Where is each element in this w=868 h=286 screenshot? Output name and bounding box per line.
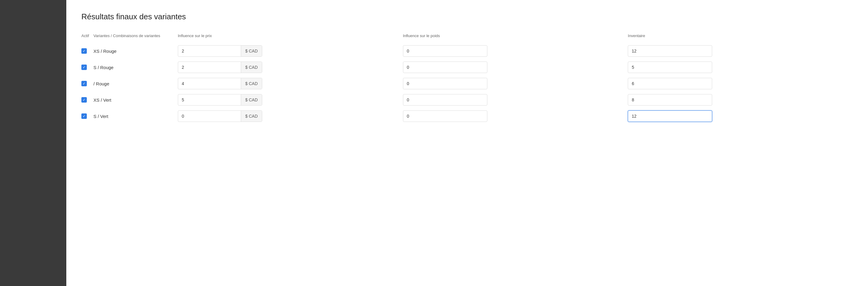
checkbox-cell-s-rouge	[82, 64, 93, 70]
inventory-cell-s-vert	[628, 110, 853, 122]
checkbox-cell-s-vert	[82, 113, 93, 119]
weight-input-xs-rouge[interactable]	[403, 45, 487, 57]
active-checkbox-xs-rouge[interactable]	[82, 48, 87, 54]
active-checkbox-xs-vert[interactable]	[82, 97, 87, 103]
weight-input-s-vert[interactable]	[403, 110, 487, 122]
inventory-input-slash-rouge[interactable]	[628, 78, 712, 89]
price-cell-s-vert: $ CAD	[178, 110, 403, 122]
inventory-cell-xs-vert	[628, 94, 853, 106]
price-currency-s-vert: $ CAD	[241, 111, 262, 121]
checkbox-cell-slash-rouge	[82, 81, 93, 86]
sidebar	[0, 0, 66, 286]
price-input-wrapper-s-vert: $ CAD	[178, 110, 262, 122]
price-currency-xs-vert: $ CAD	[241, 94, 262, 105]
price-input-wrapper-s-rouge: $ CAD	[178, 61, 262, 73]
inventory-input-s-vert[interactable]	[628, 110, 712, 122]
price-input-wrapper-xs-vert: $ CAD	[178, 94, 262, 106]
weight-cell-s-vert	[403, 110, 628, 122]
checkbox-cell-xs-rouge	[82, 48, 93, 54]
variant-name-s-vert: S / Vert	[93, 114, 178, 119]
inventory-input-xs-vert[interactable]	[628, 94, 712, 106]
table-row: XS / Rouge $ CAD	[82, 45, 853, 57]
variant-name-slash-rouge: / Rouge	[93, 81, 178, 86]
price-currency-xs-rouge: $ CAD	[241, 46, 262, 56]
col-header-inventory: Inventaire	[628, 33, 853, 38]
price-currency-s-rouge: $ CAD	[241, 62, 262, 73]
price-input-xs-rouge[interactable]	[178, 46, 241, 56]
price-cell-xs-vert: $ CAD	[178, 94, 403, 106]
variant-name-s-rouge: S / Rouge	[93, 65, 178, 70]
variant-name-xs-vert: XS / Vert	[93, 97, 178, 103]
weight-input-xs-vert[interactable]	[403, 94, 487, 106]
price-cell-xs-rouge: $ CAD	[178, 45, 403, 57]
checkbox-cell-xs-vert	[82, 97, 93, 103]
price-input-s-vert[interactable]	[178, 111, 241, 121]
weight-cell-s-rouge	[403, 61, 628, 73]
inventory-cell-s-rouge	[628, 61, 853, 73]
active-checkbox-s-vert[interactable]	[82, 113, 87, 119]
price-cell-slash-rouge: $ CAD	[178, 78, 403, 89]
table-row: S / Rouge $ CAD	[82, 61, 853, 73]
inventory-input-xs-rouge[interactable]	[628, 45, 712, 57]
col-header-price: Influence sur le prix	[178, 33, 403, 38]
weight-input-s-rouge[interactable]	[403, 61, 487, 73]
weight-cell-xs-rouge	[403, 45, 628, 57]
col-header-variants: Variantes / Combinaisons de variantes	[93, 33, 178, 38]
price-cell-s-rouge: $ CAD	[178, 61, 403, 73]
inventory-input-s-rouge[interactable]	[628, 61, 712, 73]
col-header-weight: Influence sur le poids	[403, 33, 628, 38]
variant-name-xs-rouge: XS / Rouge	[93, 49, 178, 54]
variants-table: XS / Rouge $ CAD S / Rouge $ CAD	[82, 45, 853, 122]
price-currency-slash-rouge: $ CAD	[241, 78, 262, 89]
table-row: / Rouge $ CAD	[82, 78, 853, 89]
weight-input-slash-rouge[interactable]	[403, 78, 487, 89]
col-header-active: Actif	[82, 33, 93, 38]
price-input-slash-rouge[interactable]	[178, 78, 241, 89]
page-title: Résultats finaux des variantes	[82, 12, 853, 22]
price-input-xs-vert[interactable]	[178, 94, 241, 105]
active-checkbox-s-rouge[interactable]	[82, 64, 87, 70]
price-input-wrapper-slash-rouge: $ CAD	[178, 78, 262, 89]
price-input-wrapper-xs-rouge: $ CAD	[178, 45, 262, 57]
table-row: S / Vert $ CAD	[82, 110, 853, 122]
price-input-s-rouge[interactable]	[178, 62, 241, 73]
weight-cell-xs-vert	[403, 94, 628, 106]
table-row: XS / Vert $ CAD	[82, 94, 853, 106]
weight-cell-slash-rouge	[403, 78, 628, 89]
active-checkbox-slash-rouge[interactable]	[82, 81, 87, 86]
table-header: Actif Variantes / Combinaisons de varian…	[82, 33, 853, 40]
inventory-cell-xs-rouge	[628, 45, 853, 57]
inventory-cell-slash-rouge	[628, 78, 853, 89]
main-content: Résultats finaux des variantes Actif Var…	[66, 0, 868, 286]
